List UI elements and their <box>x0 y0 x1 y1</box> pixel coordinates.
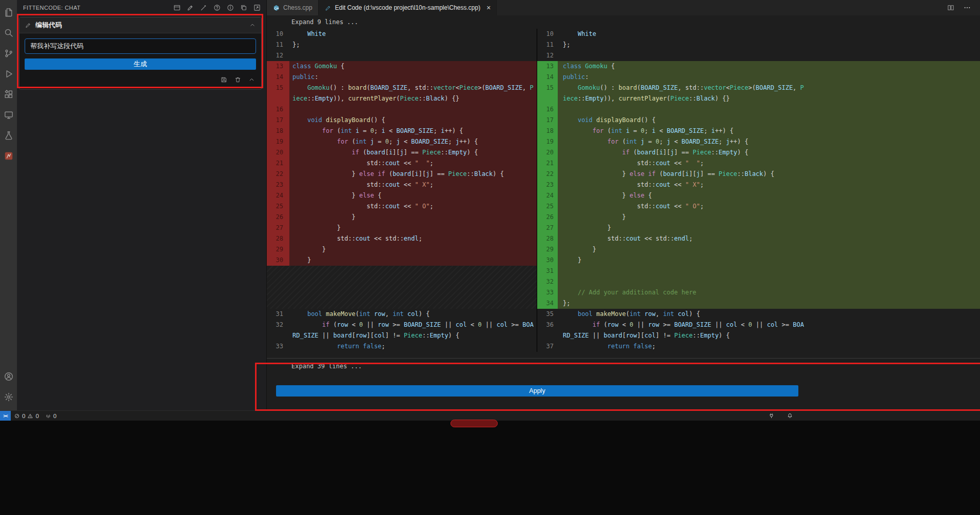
activity-bar <box>0 0 17 410</box>
editor-action-split[interactable] <box>946 3 955 12</box>
editor-actions <box>946 0 980 15</box>
code-text <box>289 104 537 115</box>
code-line-15: 15 Gomoku() : board(BOARD_SIZE, std::vec… <box>537 83 980 104</box>
line-number: 16 <box>537 104 558 115</box>
account-icon <box>3 371 14 382</box>
activity-item-fittencode[interactable] <box>0 146 17 166</box>
generate-button[interactable]: 生成 <box>25 58 256 70</box>
code-line-32: 32 <box>537 276 980 287</box>
code-text: return false; <box>289 341 537 352</box>
wand-icon <box>200 4 208 12</box>
line-number: 27 <box>267 223 289 233</box>
code-text: // Add your additional code here <box>558 287 808 298</box>
remote-indicator[interactable]: >< <box>0 411 11 421</box>
code-text: void displayBoard() { <box>289 115 537 126</box>
sidebar-tool-copy[interactable] <box>239 3 249 13</box>
line-number: 31 <box>537 266 558 276</box>
status-plug[interactable] <box>765 411 778 421</box>
code-text: if (row < 0 || row >= BOARD_SIZE || col … <box>289 320 537 341</box>
line-number: 36 <box>537 320 558 341</box>
ports-count: 0 <box>53 413 56 419</box>
code-text: std::cout << std::endl; <box>289 233 537 244</box>
line-number: 13 <box>267 61 289 72</box>
sidebar-toolbar <box>172 3 262 13</box>
activity-item-search[interactable] <box>0 23 17 43</box>
line-number: 31 <box>267 309 289 320</box>
expand-lines-top[interactable]: Expand 9 lines ... <box>267 15 980 29</box>
line-number: 24 <box>267 190 289 201</box>
code-line-11: 11}; <box>537 39 980 50</box>
code-text <box>558 276 808 287</box>
fittencode-icon <box>3 150 14 162</box>
code-line-20: 20 if (board[i][j] == Piece::Empty) { <box>537 147 980 158</box>
activity-item-explorer[interactable] <box>0 2 17 23</box>
code-text: } else { <box>289 190 537 201</box>
code-line-25: 25 std::cout << " O"; <box>267 201 537 212</box>
code-line-21: 21 std::cout << " "; <box>267 158 537 169</box>
line-number: 30 <box>267 255 289 266</box>
code-line-19: 19 for (int j = 0; j < BOARD_SIZE; j++) … <box>267 136 537 147</box>
sidebar-tool-edit[interactable] <box>185 3 195 13</box>
line-number: 15 <box>267 83 289 104</box>
panel-footer-chevron-up[interactable] <box>247 75 256 84</box>
code-line-19: 19 for (int j = 0; j < BOARD_SIZE; j++) … <box>537 136 980 147</box>
problems-indicator[interactable]: 0 0 <box>11 411 42 421</box>
tab-edit-code[interactable]: Edit Code (d:\vscode project\l10n-sample… <box>319 0 497 15</box>
errors-count: 0 <box>22 413 25 419</box>
close-tab-icon[interactable]: × <box>486 4 491 12</box>
edit-code-panel-footer <box>19 70 261 89</box>
code-text: if (row < 0 || row >= BOARD_SIZE || col … <box>558 320 808 341</box>
activity-item-source-control[interactable] <box>0 43 17 64</box>
editor-action-more[interactable] <box>963 3 972 12</box>
activity-item-account[interactable] <box>0 366 17 387</box>
collapse-chevron-icon[interactable] <box>249 22 256 29</box>
sidebar-tool-open-editor[interactable] <box>252 3 262 13</box>
sidebar-tool-info[interactable] <box>225 3 236 13</box>
copy-icon <box>240 4 248 12</box>
status-bar-right <box>765 411 796 421</box>
code-text: } <box>558 223 808 233</box>
bell-icon <box>787 412 793 419</box>
sidebar-tool-help[interactable] <box>212 3 222 13</box>
trash-icon <box>234 76 242 84</box>
line-number: 16 <box>267 104 289 115</box>
code-line-21: 21 std::cout << " "; <box>537 158 980 169</box>
activity-item-remote-explorer[interactable] <box>0 105 17 125</box>
prompt-input[interactable] <box>25 38 256 54</box>
line-number: 20 <box>267 147 289 158</box>
code-text: bool makeMove(int row, int col) { <box>558 309 808 320</box>
line-number: 11 <box>267 39 289 50</box>
code-text: if (board[i][j] == Piece::Empty) { <box>558 147 808 158</box>
apply-button[interactable]: Apply <box>276 385 798 397</box>
code-text: public: <box>289 72 537 83</box>
code-line-30: 30 } <box>537 255 980 266</box>
panel-icon <box>173 4 181 12</box>
activity-item-testing[interactable] <box>0 125 17 146</box>
sidebar-tool-wand[interactable] <box>199 3 209 13</box>
sidebar-tool-panel[interactable] <box>172 3 182 13</box>
activity-item-extensions[interactable] <box>0 84 17 105</box>
annotation-marker <box>450 420 498 427</box>
activity-item-settings[interactable] <box>0 387 17 407</box>
expand-lines-bottom[interactable]: Expand 39 lines ... <box>267 360 980 373</box>
code-line-27: 27 } <box>537 223 980 233</box>
activity-item-run-debug[interactable] <box>0 64 17 84</box>
code-line-12: 12 <box>267 50 537 61</box>
status-bell[interactable] <box>783 411 796 421</box>
plug-icon <box>768 412 775 419</box>
sidebar-title: FITTENCODE: CHAT <box>23 5 172 11</box>
code-line-13: 13class Gomoku { <box>537 61 980 72</box>
line-number: 23 <box>537 180 558 190</box>
testing-icon <box>3 130 14 141</box>
tab-chess-cpp[interactable]: Chess.cpp <box>267 0 319 15</box>
line-number: 15 <box>537 83 558 104</box>
diff-modified-pane: 10 White11};1213class Gomoku {14public:1… <box>537 29 980 352</box>
panel-footer-trash[interactable] <box>233 75 242 84</box>
code-line-10: 10 White <box>537 29 980 39</box>
code-text <box>558 104 808 115</box>
panel-footer-save[interactable] <box>219 75 228 84</box>
line-number: 27 <box>537 223 558 233</box>
code-line-36: 36 if (row < 0 || row >= BOARD_SIZE || c… <box>537 320 980 341</box>
ports-indicator[interactable]: 0 <box>42 411 60 421</box>
code-line-26: 26 } <box>537 212 980 223</box>
